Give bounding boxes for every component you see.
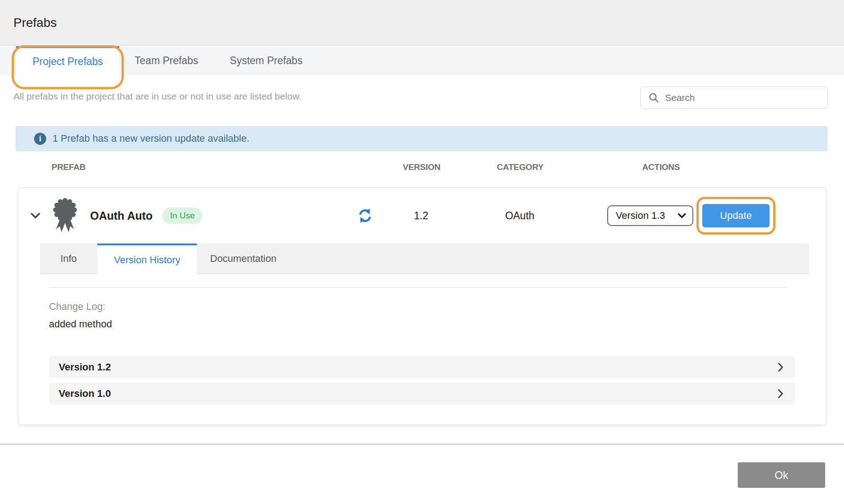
row-expander[interactable] [18,213,52,219]
column-header-prefab: PREFAB [52,162,348,172]
tab-version-history-label: Version History [114,254,180,266]
footer-divider [0,443,844,445]
search-icon [648,92,659,103]
prefabs-dialog: Prefabs Project Prefabs Team Prefabs Sys… [0,0,844,504]
prefab-name-cell: OAuth Auto In Use [90,208,347,224]
banner-text: 1 Prefab has a new version update availa… [52,133,249,144]
version-select[interactable]: Version 1.3 [607,205,693,226]
detail-tabbar: Info Version History Documentation [40,243,809,274]
version-cell: 1.2 [383,210,459,222]
chevron-right-icon [778,389,783,399]
chevron-right-icon [778,362,783,372]
tab-info-label: Info [61,253,77,265]
tab-system-prefabs[interactable]: System Prefabs [213,46,319,75]
update-button[interactable]: Update [702,204,770,227]
update-button-wrap: Update [702,204,770,227]
search-input[interactable] [665,92,813,103]
ok-button[interactable]: Ok [738,462,825,488]
in-use-badge: In Use [162,208,202,224]
info-icon: i [34,133,46,145]
tab-system-prefabs-label: System Prefabs [230,55,302,67]
page-title: Prefabs [13,16,57,30]
tab-project-prefabs[interactable]: Project Prefabs [16,46,119,75]
ribbon-icon [52,198,78,234]
version-history-item-1-0[interactable]: Version 1.0 [49,382,795,404]
version-select-value: Version 1.3 [616,210,665,222]
prefab-type-cell [52,198,90,234]
refresh-icon [357,208,373,223]
version-history-item-label: Version 1.0 [59,388,111,400]
refresh-cell[interactable] [347,208,383,223]
prefab-tabbar: Project Prefabs Team Prefabs System Pref… [0,46,844,75]
table-row: OAuth Auto In Use 1.2 OAuth Version 1.3 [18,188,826,243]
tab-team-prefabs-label: Team Prefabs [135,55,198,67]
change-log-value: added method [49,318,112,330]
panel-divider [49,287,787,288]
actions-cell: Version 1.3 Update [580,204,826,227]
tab-documentation[interactable]: Documentation [197,243,290,274]
chevron-down-icon [30,213,40,219]
prefab-card: OAuth Auto In Use 1.2 OAuth Version 1.3 [18,187,827,425]
update-info-banner: i 1 Prefab has a new version update avai… [16,126,827,151]
tab-documentation-label: Documentation [210,253,277,265]
tab-team-prefabs[interactable]: Team Prefabs [119,46,213,75]
dialog-header: Prefabs [0,0,844,46]
prefab-name: OAuth Auto [90,209,152,222]
search-box[interactable] [640,87,828,109]
category-cell: OAuth [459,210,580,222]
version-history-item-1-2[interactable]: Version 1.2 [49,356,795,378]
column-header-category: CATEGORY [460,162,581,172]
tab-info[interactable]: Info [40,243,97,274]
tab-project-prefabs-label: Project Prefabs [32,56,103,68]
table-header-row: PREFAB VERSION CATEGORY ACTIONS [18,155,827,179]
column-header-version: VERSION [383,162,460,172]
version-history-item-label: Version 1.2 [59,361,111,373]
tab-version-history[interactable]: Version History [97,243,197,274]
change-log-label: Change Log: [49,301,105,313]
page-description: All prefabs in the project that are in u… [13,91,301,102]
caret-down-icon [678,213,686,218]
column-header-actions: ACTIONS [581,162,827,172]
